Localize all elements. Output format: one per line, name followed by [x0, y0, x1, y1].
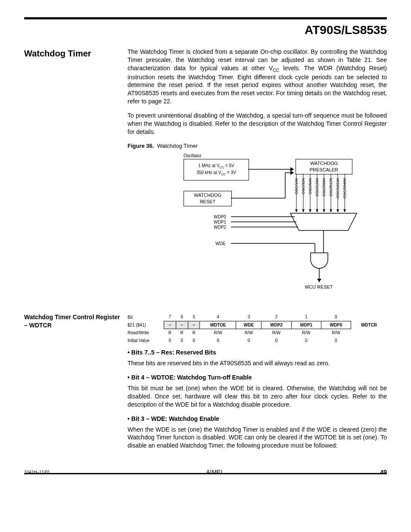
svg-marker-30: [317, 279, 321, 282]
document-title: AT90S/LS8535: [24, 22, 387, 38]
register-table: Bit76543210 $21 ($41)–––WDTOEWDEWDP2WDP1…: [128, 313, 387, 344]
svg-marker-15: [323, 209, 325, 212]
prescaler-tap-label: OSC/512K: [328, 178, 333, 196]
page-number: 49: [380, 468, 387, 476]
svg-marker-1: [290, 167, 294, 171]
wdp2-label: WDP2: [214, 224, 226, 230]
figure-caption: Figure 36. Watchdog Timer: [128, 142, 387, 150]
svg-marker-11: [309, 209, 311, 212]
mcu-reset-label: MCU RESET: [305, 284, 333, 290]
prescaler-tap-label: OSC/128K: [314, 178, 320, 196]
section-heading: Watchdog Timer: [24, 48, 121, 59]
top-rule: [24, 17, 387, 19]
svg-marker-13: [316, 209, 318, 212]
prescaler-tap-label: OSC/1024K: [335, 178, 340, 199]
svg-marker-19: [336, 209, 339, 212]
bit-heading: Bit 3 – WDE: Watchdog Enable: [128, 415, 387, 423]
bit-description: These bits are reserved bits in the AT90…: [128, 359, 387, 367]
svg-marker-5: [290, 171, 294, 175]
svg-marker-9: [302, 209, 305, 212]
bit-heading: Bit 4 – WDTOE: Watchdog Turn-off Enable: [128, 373, 387, 382]
prescaler-tap-label: OSC/256K: [321, 178, 327, 196]
prescaler-tap-label: OSC/32K: [301, 178, 306, 194]
prescaler-tap-label: OSC/64K: [308, 178, 313, 194]
subsection-heading: Watchdog Timer Control Register – WDTCR: [24, 313, 121, 330]
wde-label: WDE: [215, 241, 225, 247]
prescaler-tap-label: OSC/2048K: [342, 178, 347, 199]
figure-diagram: Oscillator 1 MHz at VCC = 5V 350 kHz at …: [184, 153, 382, 299]
svg-marker-17: [330, 209, 332, 212]
svg-marker-22: [290, 213, 357, 230]
body-paragraph: The Watchdog Timer is clocked from a sep…: [128, 48, 387, 106]
bit-description: This bit must be set (one) when the WDE …: [128, 384, 387, 409]
bit-heading: Bits 7..5 – Res: Reserved Bits: [128, 348, 387, 357]
svg-marker-21: [343, 209, 346, 212]
bit-description: When the WDE is set (one) the Watchdog T…: [128, 426, 387, 450]
logo: AIMEL: [206, 468, 224, 476]
body-paragraph: To prevent unintentional disabling of th…: [128, 112, 387, 136]
svg-marker-7: [295, 209, 298, 212]
doc-number: 1041H–11/01: [24, 470, 50, 476]
prescaler-tap-label: OSC/16K: [294, 178, 299, 194]
